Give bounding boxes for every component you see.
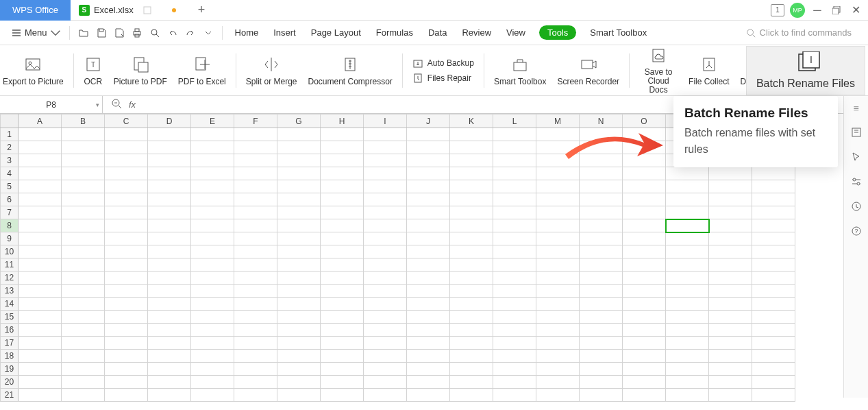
row-header[interactable]: 12 <box>1 272 18 285</box>
cell[interactable] <box>321 193 364 206</box>
cell[interactable] <box>536 363 580 376</box>
row-header[interactable]: 1 <box>1 128 18 141</box>
column-header[interactable]: C <box>105 114 148 128</box>
cell[interactable] <box>450 272 493 285</box>
cell[interactable] <box>234 258 277 272</box>
cell[interactable] <box>407 350 450 363</box>
cell[interactable] <box>666 376 709 389</box>
cell[interactable] <box>709 376 752 389</box>
cell[interactable] <box>407 389 450 402</box>
cell[interactable] <box>580 180 623 193</box>
cell[interactable] <box>364 154 407 167</box>
redo-icon[interactable] <box>185 27 196 38</box>
cell[interactable] <box>450 298 493 311</box>
cell[interactable] <box>752 298 795 311</box>
cell[interactable] <box>623 232 666 245</box>
cell[interactable] <box>62 232 105 245</box>
column-header[interactable]: E <box>191 114 234 128</box>
cell[interactable] <box>105 350 148 363</box>
cell[interactable] <box>18 128 62 141</box>
cell[interactable] <box>364 389 407 402</box>
cell[interactable] <box>666 193 709 206</box>
cell[interactable] <box>493 141 536 154</box>
cell[interactable] <box>148 219 191 232</box>
cell[interactable] <box>62 193 105 206</box>
picture-to-pdf-button[interactable]: Picture to PDF <box>108 45 173 96</box>
cell[interactable] <box>277 272 321 285</box>
cell[interactable] <box>321 128 364 141</box>
cell[interactable] <box>364 245 407 258</box>
tab-formulas[interactable]: Formulas <box>375 25 414 40</box>
cell[interactable] <box>18 180 62 193</box>
collapse-sidebar-icon[interactable]: ≡ <box>853 103 858 114</box>
cell[interactable] <box>277 245 321 258</box>
cell[interactable] <box>62 389 105 402</box>
cell[interactable] <box>407 128 450 141</box>
cell[interactable] <box>62 376 105 389</box>
cell[interactable] <box>536 180 580 193</box>
row-header[interactable]: 3 <box>1 154 18 167</box>
cell[interactable] <box>407 245 450 258</box>
cell[interactable] <box>234 128 277 141</box>
cell[interactable] <box>623 298 666 311</box>
cell[interactable] <box>493 363 536 376</box>
cell[interactable] <box>364 285 407 298</box>
cell[interactable] <box>709 337 752 350</box>
cell[interactable] <box>364 272 407 285</box>
cell[interactable] <box>536 376 580 389</box>
cell[interactable] <box>18 206 62 219</box>
cell[interactable] <box>62 298 105 311</box>
row-header[interactable]: 6 <box>1 193 18 206</box>
cell[interactable] <box>580 376 623 389</box>
cell[interactable] <box>666 258 709 272</box>
cell[interactable] <box>580 389 623 402</box>
cell[interactable] <box>493 193 536 206</box>
cell[interactable] <box>277 258 321 272</box>
cell[interactable] <box>623 311 666 324</box>
cell[interactable] <box>321 324 364 337</box>
cell[interactable] <box>62 311 105 324</box>
cell[interactable] <box>105 298 148 311</box>
cell[interactable] <box>493 311 536 324</box>
cell[interactable] <box>536 337 580 350</box>
cell[interactable] <box>191 180 234 193</box>
cell[interactable] <box>709 311 752 324</box>
save-as-icon[interactable] <box>114 27 125 38</box>
cell[interactable] <box>407 272 450 285</box>
cell[interactable] <box>752 193 795 206</box>
cell[interactable] <box>580 363 623 376</box>
cell[interactable] <box>18 350 62 363</box>
cell[interactable] <box>450 324 493 337</box>
cell[interactable] <box>148 193 191 206</box>
row-header[interactable]: 14 <box>1 298 18 311</box>
cell[interactable] <box>493 128 536 141</box>
cell[interactable] <box>623 193 666 206</box>
cell[interactable] <box>277 219 321 232</box>
cell[interactable] <box>277 337 321 350</box>
cell[interactable] <box>450 350 493 363</box>
cell[interactable] <box>18 298 62 311</box>
cell[interactable] <box>277 389 321 402</box>
cell[interactable] <box>148 167 191 180</box>
cell[interactable] <box>18 245 62 258</box>
cell[interactable] <box>277 285 321 298</box>
row-header[interactable]: 2 <box>1 141 18 154</box>
cell[interactable] <box>62 167 105 180</box>
tab-view[interactable]: View <box>505 25 527 40</box>
save-cloud-button[interactable]: Save to Cloud Docs <box>634 45 683 96</box>
cell[interactable] <box>148 376 191 389</box>
cell[interactable] <box>191 258 234 272</box>
export-to-picture-button[interactable]: Export to Picture <box>0 45 69 96</box>
cell[interactable] <box>450 219 493 232</box>
cell[interactable] <box>580 258 623 272</box>
settings-sliders-icon[interactable] <box>850 176 863 188</box>
cell[interactable] <box>148 389 191 402</box>
cell[interactable] <box>493 350 536 363</box>
cell[interactable] <box>407 180 450 193</box>
maximize-button[interactable] <box>830 3 843 17</box>
cell[interactable] <box>62 245 105 258</box>
cell[interactable] <box>321 311 364 324</box>
cell[interactable] <box>493 337 536 350</box>
tab-tools[interactable]: Tools <box>539 25 576 40</box>
cell[interactable] <box>709 363 752 376</box>
